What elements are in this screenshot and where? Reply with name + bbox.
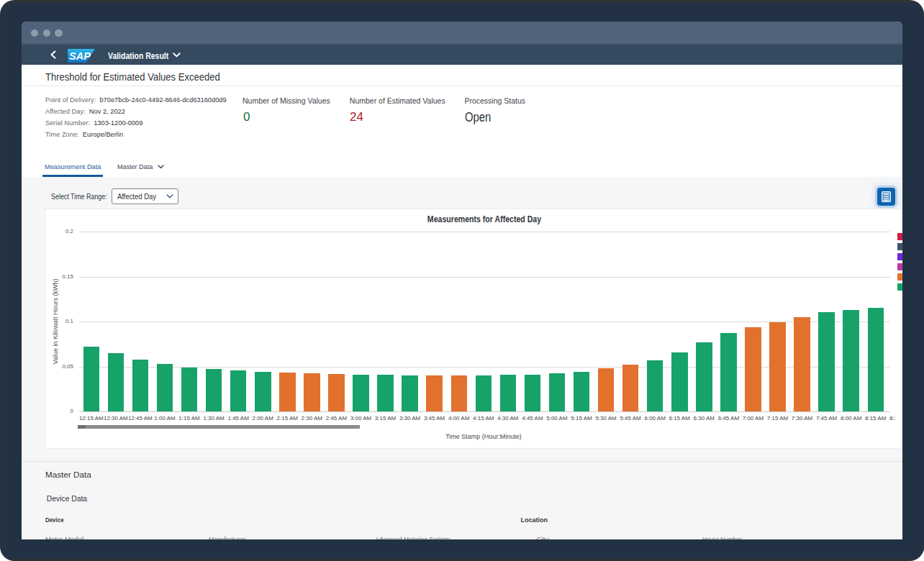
svg-text:SAP: SAP [69, 50, 91, 62]
